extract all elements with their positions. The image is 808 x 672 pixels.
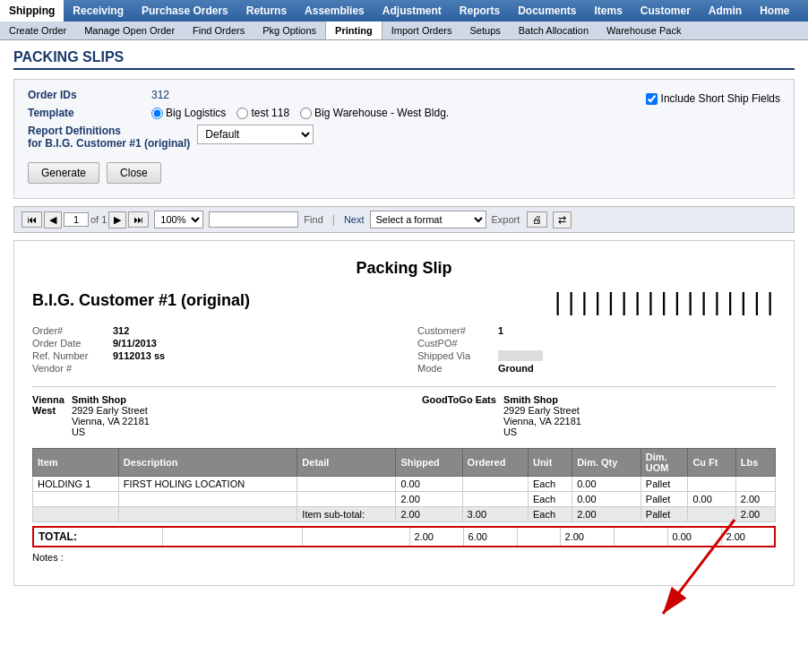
radio-big-warehouse[interactable]: Big Warehouse - West Bldg. <box>300 107 449 119</box>
nav-home[interactable]: Home <box>751 0 798 22</box>
include-short-ship-checkbox-row[interactable]: Include Short Ship Fields <box>646 92 780 105</box>
cell-unit-2: Each <box>528 492 572 507</box>
subnav-batch-allocation[interactable]: Batch Allocation <box>510 22 597 39</box>
shipped-via-value <box>498 350 543 361</box>
include-short-ship-checkbox[interactable] <box>646 93 658 105</box>
nav-adjustment[interactable]: Adjustment <box>374 0 451 22</box>
cell-dimuom-2: Pallet <box>640 492 688 507</box>
cell-lbs-st: 2.00 <box>735 507 775 522</box>
print-button[interactable]: 🖨 <box>527 211 547 228</box>
find-input[interactable] <box>209 211 298 228</box>
zoom-select[interactable]: 100% 50% 75% 125% 150% 200% <box>154 211 203 228</box>
report-customer-name: B.I.G. Customer #1 (original) <box>32 291 250 310</box>
mode-value: Ground <box>498 363 534 374</box>
nav-receiving[interactable]: Receiving <box>64 0 133 22</box>
page-of-text: of 1 <box>90 214 107 225</box>
ship-to-block: GoodToGo Eats Smith Shop 2929 Early Stre… <box>422 394 776 437</box>
col-description: Description <box>118 449 297 477</box>
nav-assemblies[interactable]: Assemblies <box>296 0 374 22</box>
radio-big-warehouse-label: Big Warehouse - West Bldg. <box>314 107 449 119</box>
nav-customer[interactable]: Customer <box>632 0 700 22</box>
page-first-button[interactable]: ⏮ <box>21 211 42 228</box>
subnav-pkg-options[interactable]: Pkg Options <box>254 22 325 39</box>
template-radio-group: Big Logistics test 118 Big Warehouse - W… <box>151 107 449 119</box>
total-desc-empty <box>162 527 302 547</box>
form-area: Order IDs 312 Template Big Logistics <box>13 79 795 199</box>
radio-big-logistics[interactable]: Big Logistics <box>151 107 226 119</box>
cell-dimqty-2: 0.00 <box>572 492 641 507</box>
subnav-import-orders[interactable]: Import Orders <box>383 22 461 39</box>
refresh-button[interactable]: ⇄ <box>553 211 572 228</box>
report-defs-sublabel: for B.I.G. Customer #1 (original) <box>28 137 190 150</box>
total-dimqty: 2.00 <box>560 527 614 547</box>
subnav-find-orders[interactable]: Find Orders <box>184 22 254 39</box>
col-dim-qty: Dim. Qty <box>572 449 641 477</box>
cell-ordered-1 <box>462 477 528 492</box>
order-date-value: 9/11/2013 <box>113 338 157 349</box>
total-shipped: 2.00 <box>409 527 463 547</box>
cell-shipped-st: 2.00 <box>396 507 462 522</box>
radio-test118[interactable]: test 118 <box>236 107 289 119</box>
table-subtotal-row: Item sub-total: 2.00 3.00 Each 2.00 Pall… <box>33 507 776 522</box>
cell-item-2 <box>33 492 119 507</box>
next-label[interactable]: Next <box>344 214 365 225</box>
total-row: TOTAL: 2.00 6.00 2.00 0.00 2.00 <box>33 527 775 547</box>
subnav-create-order[interactable]: Create Order <box>0 22 75 39</box>
subnav-printing[interactable]: Printing <box>325 22 383 39</box>
total-label: TOTAL: <box>33 527 162 547</box>
report-defs-select[interactable]: Default <box>197 125 314 144</box>
ship-to-country: US <box>503 426 581 437</box>
subnav-warehouse-pack[interactable]: Warehouse Pack <box>597 22 690 39</box>
order-ids-value: 312 <box>151 89 169 101</box>
template-label: Template <box>28 107 144 119</box>
notes-row: Notes : <box>32 547 776 567</box>
ship-from-block: Vienna West Smith Shop 2929 Early Street… <box>32 394 386 437</box>
close-button[interactable]: Close <box>107 162 161 184</box>
cell-item-1: HOLDING 1 <box>33 477 119 492</box>
nav-admin[interactable]: Admin <box>700 0 751 22</box>
export-label[interactable]: Export <box>492 214 520 225</box>
cell-ordered-st: 3.00 <box>462 507 528 522</box>
cell-detail-2 <box>297 492 396 507</box>
generate-button[interactable]: Generate <box>28 162 99 184</box>
radio-big-logistics-input[interactable] <box>151 108 163 119</box>
nav-items[interactable]: Items <box>585 0 631 22</box>
col-detail: Detail <box>297 449 396 477</box>
ship-to-company1: GoodToGo Eats <box>422 394 496 405</box>
col-shipped: Shipped <box>396 449 462 477</box>
cell-unit-st: Each <box>528 507 572 522</box>
ship-from-city: Vienna, VA 22181 <box>72 416 150 426</box>
radio-big-warehouse-input[interactable] <box>300 108 312 119</box>
format-select[interactable]: Select a format PDF Excel Word <box>370 211 486 228</box>
nav-shipping[interactable]: Shipping <box>0 0 64 22</box>
page-last-button[interactable]: ⏭ <box>128 211 149 228</box>
subnav-manage-open-order[interactable]: Manage Open Order <box>75 22 184 39</box>
radio-test118-input[interactable] <box>236 108 248 119</box>
total-dimuom-empty <box>614 527 667 547</box>
nav-documents[interactable]: Documents <box>509 0 585 22</box>
include-short-ship-label: Include Short Ship Fields <box>661 92 780 105</box>
find-label: Find <box>304 214 322 225</box>
cell-item-st <box>33 507 119 522</box>
nav-purchase-orders[interactable]: Purchase Orders <box>133 0 237 22</box>
page-title: Packing Slips <box>13 49 795 70</box>
total-lbs: 2.00 <box>721 527 775 547</box>
barcode: ||||||||||||||||| <box>550 291 776 316</box>
cell-cuft-2: 0.00 <box>688 492 735 507</box>
page-next-button[interactable]: ▶ <box>108 211 126 228</box>
nav-returns[interactable]: Returns <box>237 0 296 22</box>
subnav-setups[interactable]: Setups <box>461 22 510 39</box>
ship-from-name1: Vienna <box>32 394 64 405</box>
ref-num-value: 9112013 ss <box>113 350 165 361</box>
cell-desc-1: FIRST HOLING LOCATION <box>118 477 297 492</box>
col-ordered: Ordered <box>462 449 528 477</box>
pagination-controls: ⏮ ◀ of 1 ▶ ⏭ <box>21 211 149 228</box>
nav-reports[interactable]: Reports <box>451 0 509 22</box>
cell-ordered-2 <box>462 492 528 507</box>
order-col-right: Customer# 1 CustPO# Shipped Via Mode Gro… <box>417 325 776 375</box>
report-header: B.I.G. Customer #1 (original) ||||||||||… <box>32 291 776 316</box>
page-prev-button[interactable]: ◀ <box>44 211 62 228</box>
table-row: 2.00 Each 0.00 Pallet 0.00 2.00 <box>33 492 776 507</box>
address-section: Vienna West Smith Shop 2929 Early Street… <box>32 386 776 437</box>
page-number-input[interactable] <box>64 212 89 227</box>
